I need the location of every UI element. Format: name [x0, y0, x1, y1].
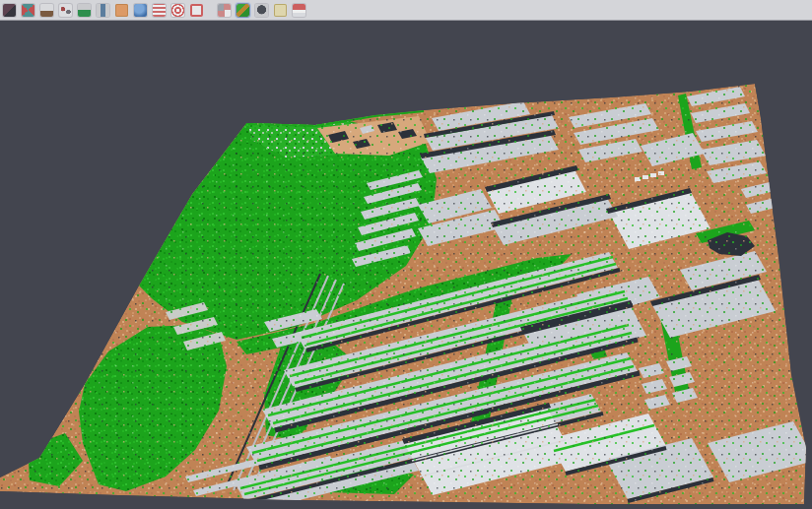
point-picking-icon[interactable]: [59, 4, 72, 17]
clip-box-icon[interactable]: [3, 4, 16, 17]
scene-svg: [0, 22, 812, 509]
vegetation-filter-icon[interactable]: [78, 4, 91, 17]
ortho-view-icon[interactable]: [115, 4, 128, 17]
zoom-extents-icon[interactable]: [190, 4, 203, 17]
shaded-sphere-icon[interactable]: [255, 4, 268, 17]
height-profile-icon[interactable]: [97, 4, 109, 17]
measure-bars-icon[interactable]: [293, 4, 305, 17]
globe-view-icon[interactable]: [134, 4, 147, 17]
3d-viewport[interactable]: [0, 22, 812, 509]
cross-section-icon[interactable]: [22, 4, 34, 17]
main-toolbar: [0, 0, 812, 21]
target-center-icon[interactable]: [171, 4, 184, 17]
grid-toggle-icon[interactable]: [218, 4, 231, 17]
application-window: [0, 0, 812, 509]
annotation-box-icon[interactable]: [274, 4, 287, 17]
terrain-icon[interactable]: [40, 4, 53, 17]
layer-list-icon[interactable]: [153, 4, 166, 17]
classification-map-icon[interactable]: [237, 4, 249, 17]
